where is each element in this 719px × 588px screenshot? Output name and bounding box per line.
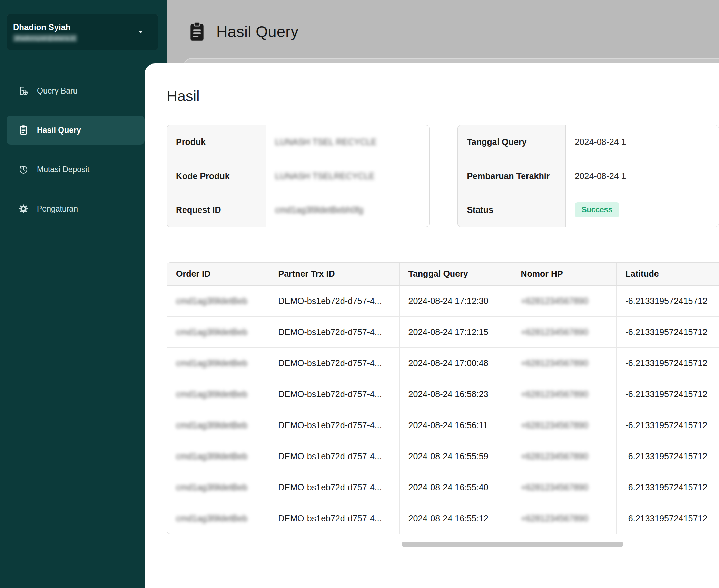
gear-icon [18, 204, 29, 214]
latitude-cell: -6.213319572415712 [616, 410, 719, 441]
column-header-latitude: Latitude [616, 263, 719, 285]
info-label: Request ID [167, 193, 266, 227]
profile-name: Dhadion Syiah [13, 22, 77, 32]
order-id-cell: cmd1ag3l9ldetBeb [176, 296, 247, 306]
partner-trx-id-cell: DEMO-bs1eb72d-d757-4... [269, 347, 399, 379]
info-label: Kode Produk [167, 159, 266, 193]
info-row-kode-produk: Kode Produk LUNASH TSELRECYCLE [167, 159, 429, 193]
info-value-blurred: LUNASH TSELRECYCLE [275, 171, 375, 181]
status-info-table: Tanggal Query 2024-08-24 1 Pembaruan Ter… [457, 125, 719, 227]
note-add-icon [18, 86, 29, 96]
chevron-down-icon [137, 28, 145, 36]
info-value-blurred: LUNASH TSEL RECYCLE [275, 137, 377, 147]
table-row: cmd1ag3l9ldetBeb DEMO-bs1eb72d-d757-4...… [167, 503, 719, 534]
tanggal-query-cell: 2024-08-24 16:55:12 [399, 503, 512, 534]
page-header: Hasil Query [167, 0, 719, 63]
product-info-table: Produk LUNASH TSEL RECYCLE Kode Produk L… [167, 125, 430, 227]
partner-trx-id-cell: DEMO-bs1eb72d-d757-4... [269, 379, 399, 410]
sidebar-item-query-baru[interactable]: Query Baru [7, 76, 145, 105]
partner-trx-id-cell: DEMO-bs1eb72d-d757-4... [269, 316, 399, 347]
sidebar-item-label: Query Baru [37, 86, 78, 96]
sidebar-item-label: Mutasi Deposit [37, 165, 89, 174]
info-row-status: Status Success [458, 193, 719, 227]
latitude-cell: -6.213319572415712 [616, 472, 719, 503]
info-row-tanggal-query: Tanggal Query 2024-08-24 1 [458, 125, 719, 159]
info-value: 2024-08-24 1 [565, 125, 719, 159]
column-header-tanggal-query: Tanggal Query [399, 263, 512, 285]
info-label: Tanggal Query [458, 125, 565, 159]
table-row: cmd1ag3l9ldetBeb DEMO-bs1eb72d-d757-4...… [167, 441, 719, 472]
tanggal-query-cell: 2024-08-24 16:58:23 [399, 379, 512, 410]
table-row: cmd1ag3l9ldetBeb DEMO-bs1eb72d-d757-4...… [167, 410, 719, 441]
tanggal-query-cell: 2024-08-24 16:55:59 [399, 441, 512, 472]
nomor-hp-cell: +6281234567890 [521, 482, 588, 492]
nomor-hp-cell: +6281234567890 [521, 358, 588, 368]
partner-trx-id-cell: DEMO-bs1eb72d-d757-4... [269, 441, 399, 472]
history-icon [18, 164, 29, 175]
sidebar: Dhadion Syiah dhadionsyiah@altarra.id Qu… [0, 0, 167, 588]
latitude-cell: -6.213319572415712 [616, 285, 719, 316]
tanggal-query-cell: 2024-08-24 16:56:11 [399, 410, 512, 441]
sidebar-item-label: Pengaturan [37, 204, 78, 214]
info-label: Produk [167, 125, 266, 159]
nomor-hp-cell: +6281234567890 [521, 389, 588, 399]
profile-text: Dhadion Syiah dhadionsyiah@altarra.id [13, 22, 77, 42]
nomor-hp-cell: +6281234567890 [521, 513, 588, 523]
nomor-hp-cell: +6281234567890 [521, 296, 588, 306]
tanggal-query-cell: 2024-08-24 17:00:48 [399, 347, 512, 379]
order-id-cell: cmd1ag3l9ldetBeb [176, 420, 247, 430]
clipboard-icon [187, 21, 207, 42]
partner-trx-id-cell: DEMO-bs1eb72d-d757-4... [269, 503, 399, 534]
sidebar-item-hasil-query[interactable]: Hasil Query [7, 116, 145, 145]
info-row-pembaruan-terakhir: Pembaruan Terakhir 2024-08-24 1 [458, 159, 719, 193]
order-id-cell: cmd1ag3l9ldetBeb [176, 327, 247, 337]
column-header-partner-trx-id: Partner Trx ID [269, 263, 399, 285]
content-card: Hasil Produk LUNASH TSEL RECYCLE Kode Pr… [145, 63, 719, 588]
status-badge: Success [575, 202, 619, 217]
sidebar-menu: Query Baru Hasil Query Mutasi Deposi [0, 76, 145, 234]
order-id-cell: cmd1ag3l9ldetBeb [176, 389, 247, 399]
section-heading: Hasil [167, 88, 200, 105]
info-label: Status [458, 193, 565, 227]
info-value-blurred: cmd1ag3l9ldetBebh0fg [275, 205, 363, 215]
table-header-row: Order ID Partner Trx ID Tanggal Query No… [167, 263, 719, 285]
sidebar-item-mutasi-deposit[interactable]: Mutasi Deposit [7, 155, 145, 184]
info-row-request-id: Request ID cmd1ag3l9ldetBebh0fg [167, 193, 429, 227]
info-label: Pembaruan Terakhir [458, 159, 565, 193]
info-row-produk: Produk LUNASH TSEL RECYCLE [167, 125, 429, 159]
latitude-cell: -6.213319572415712 [616, 503, 719, 534]
latitude-cell: -6.213319572415712 [616, 347, 719, 379]
table-row: cmd1ag3l9ldetBeb DEMO-bs1eb72d-d757-4...… [167, 316, 719, 347]
order-id-cell: cmd1ag3l9ldetBeb [176, 358, 247, 368]
info-value: 2024-08-24 1 [565, 159, 719, 193]
horizontal-scrollbar-thumb[interactable] [402, 542, 623, 547]
tanggal-query-cell: 2024-08-24 16:55:40 [399, 472, 512, 503]
profile-email: dhadionsyiah@altarra.id [13, 35, 77, 42]
page-title: Hasil Query [216, 23, 298, 41]
sidebar-item-pengaturan[interactable]: Pengaturan [7, 194, 145, 223]
nomor-hp-cell: +6281234567890 [521, 451, 588, 461]
nomor-hp-cell: +6281234567890 [521, 420, 588, 430]
latitude-cell: -6.213319572415712 [616, 441, 719, 472]
sidebar-item-label: Hasil Query [37, 126, 81, 135]
column-header-nomor-hp: Nomor HP [512, 263, 616, 285]
query-info-section: Produk LUNASH TSEL RECYCLE Kode Produk L… [167, 125, 719, 227]
order-id-cell: cmd1ag3l9ldetBeb [176, 482, 247, 492]
table-row: cmd1ag3l9ldetBeb DEMO-bs1eb72d-d757-4...… [167, 379, 719, 410]
clipboard-icon [18, 125, 29, 135]
latitude-cell: -6.213319572415712 [616, 379, 719, 410]
partner-trx-id-cell: DEMO-bs1eb72d-d757-4... [269, 410, 399, 441]
results-table: Order ID Partner Trx ID Tanggal Query No… [167, 262, 719, 534]
tanggal-query-cell: 2024-08-24 17:12:15 [399, 316, 512, 347]
order-id-cell: cmd1ag3l9ldetBeb [176, 513, 247, 523]
partner-trx-id-cell: DEMO-bs1eb72d-d757-4... [269, 285, 399, 316]
profile-dropdown[interactable]: Dhadion Syiah dhadionsyiah@altarra.id [7, 14, 158, 50]
latitude-cell: -6.213319572415712 [616, 316, 719, 347]
table-row: cmd1ag3l9ldetBeb DEMO-bs1eb72d-d757-4...… [167, 285, 719, 316]
order-id-cell: cmd1ag3l9ldetBeb [176, 451, 247, 461]
nomor-hp-cell: +6281234567890 [521, 327, 588, 337]
table-row: cmd1ag3l9ldetBeb DEMO-bs1eb72d-d757-4...… [167, 347, 719, 379]
partner-trx-id-cell: DEMO-bs1eb72d-d757-4... [269, 472, 399, 503]
table-row: cmd1ag3l9ldetBeb DEMO-bs1eb72d-d757-4...… [167, 472, 719, 503]
section-divider [167, 244, 719, 244]
